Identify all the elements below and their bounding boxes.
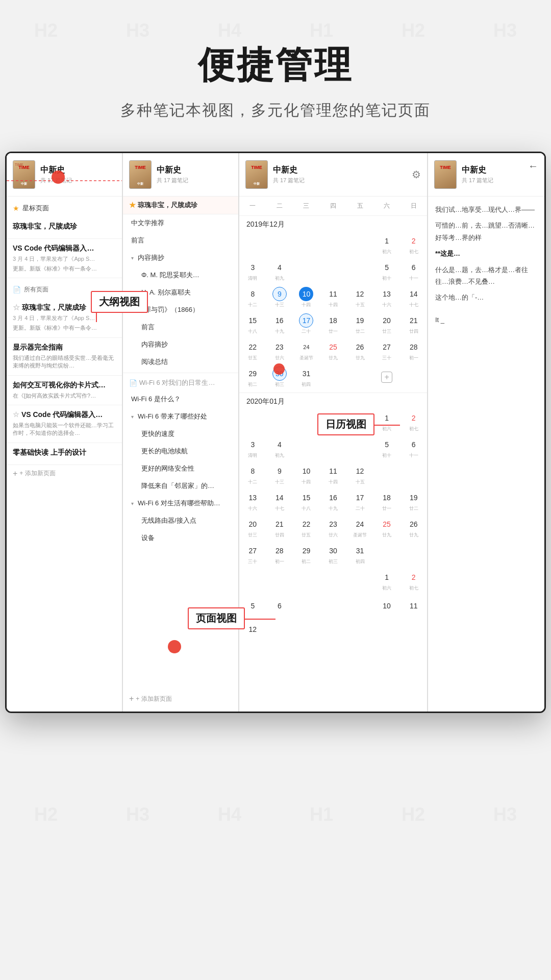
cal-day-jan25[interactable]: 25 廿九 (373, 514, 400, 541)
cal-day-dec29[interactable]: 29 初二 (239, 364, 266, 390)
outline-item-extract[interactable]: ▾ 内容摘抄 (123, 249, 238, 266)
cal-day-dec13[interactable]: 13 十六 (373, 284, 400, 311)
cal-day-dec21[interactable]: 21 廿四 (400, 311, 427, 337)
outline-item-wifi-life[interactable]: ▾ Wi-Fi 6 对生活有哪些帮助… (123, 495, 238, 512)
callout-page-view: 页面视图 (188, 607, 245, 629)
cal-day-dec20[interactable]: 20 廿三 (373, 311, 400, 337)
outline-item-literature[interactable]: 中文学推荐 (123, 214, 238, 232)
cal-day-dec9[interactable]: 9 十三 (266, 284, 293, 311)
cal-day-dec25[interactable]: 25 廿九 (320, 337, 347, 364)
cal-day-dec8[interactable]: 8 十二 (239, 284, 266, 311)
cal-day-dec4[interactable]: 4 初九 (266, 258, 293, 284)
cal-day-dec3[interactable]: 3 清明 (239, 258, 266, 284)
cal-day-jan22[interactable]: 22 廿五 (293, 514, 320, 541)
list-item-starred-1[interactable]: 琼瑰非宝，尺牍成珍 (7, 217, 122, 239)
outline-item-battery[interactable]: 更长的电池续航 (123, 443, 238, 460)
cal-day-jan9[interactable]: 9 十三 (266, 461, 293, 488)
outline-item-speed[interactable]: 更快的速度 (123, 425, 238, 443)
cal-day-jan2[interactable]: 2 初七 (400, 408, 427, 435)
notebook-count-outline: 共 17 篇笔记 (157, 177, 232, 184)
cal-day-dec30[interactable]: 30 初三 (266, 364, 293, 390)
cal-day-jan14[interactable]: 14 十七 (266, 488, 293, 514)
cal-day-extra10[interactable]: 10 (373, 594, 400, 618)
cal-day-jan1[interactable]: 1 初六 (373, 408, 400, 435)
cal-day-dec15[interactable]: 15 十八 (239, 311, 266, 337)
cal-day-jan19[interactable]: 19 廿二 (400, 488, 427, 514)
cal-day-dec19[interactable]: 19 廿二 (346, 311, 373, 337)
back-button[interactable]: ← (528, 160, 538, 172)
outline-item-wifi-what[interactable]: Wi-Fi 6 是什么？ (123, 390, 238, 408)
cal-day-dec17[interactable]: 17 二十 (293, 311, 320, 337)
add-day-button[interactable]: + (373, 364, 400, 390)
cal-day-dec12[interactable]: 12 十五 (346, 284, 373, 311)
outline-item-neighbor[interactable]: 降低来自「邻居家」的… (123, 477, 238, 495)
cal-day-jan27[interactable]: 27 三十 (239, 541, 266, 568)
list-item-starred-2[interactable]: VS Code 代码编辑器入… 3 月 4 日，苹果发布了《App S… 更新。… (7, 239, 122, 278)
cal-day-dec5[interactable]: 5 初十 (373, 258, 400, 284)
cal-day-jan29[interactable]: 29 初二 (293, 541, 320, 568)
outline-item-router[interactable]: 无线路由器/接入点 (123, 512, 238, 529)
cursor-dot-1 (52, 170, 65, 184)
outline-item-preface2[interactable]: 前言 (123, 318, 238, 336)
cal-day-extra2[interactable]: 2 初七 (400, 568, 427, 594)
cal-day-jan30[interactable]: 30 初三 (320, 541, 347, 568)
cal-day-jan15[interactable]: 15 十八 (293, 488, 320, 514)
cal-day-dec26[interactable]: 26 廿九 (346, 337, 373, 364)
outline-item-wifi-benefits[interactable]: ▾ Wi-Fi 6 带来了哪些好处 (123, 408, 238, 425)
cal-day-dec1[interactable]: 1 初六 (373, 231, 400, 258)
starred-label: ★ 星标页面 (7, 200, 122, 217)
list-item-2[interactable]: 显示器完全指南 我们通过自己的眼睛感受实世…受着毫无束缚的视野与绚烂缤纷… (7, 338, 122, 376)
cal-day-dec18[interactable]: 18 廿一 (320, 311, 347, 337)
cal-day-extra11[interactable]: 11 (400, 594, 427, 618)
cal-day-dec10[interactable]: 10 十四 (293, 284, 320, 311)
cal-day-dec6[interactable]: 6 十一 (400, 258, 427, 284)
cal-day-jan13[interactable]: 13 十六 (239, 488, 266, 514)
outline-item-author1[interactable]: Φ. M. 陀思妥耶夫… (123, 266, 238, 284)
add-page-button-list[interactable]: + + 添加新页面 (7, 465, 122, 482)
cal-day-dec27[interactable]: 27 三十 (373, 337, 400, 364)
outline-item-summary[interactable]: 阅读总结 (123, 353, 238, 371)
cal-day-jan21[interactable]: 21 廿四 (266, 514, 293, 541)
cal-day-dec14[interactable]: 14 十七 (400, 284, 427, 311)
outline-item-preface1[interactable]: 前言 (123, 232, 238, 249)
cal-day-dec28[interactable]: 28 初一 (400, 337, 427, 364)
outline-item-extract2[interactable]: 内容摘抄 (123, 336, 238, 353)
cal-day-jan26[interactable]: 26 廿九 (400, 514, 427, 541)
add-page-button-outline[interactable]: + + 添加新页面 (123, 690, 238, 707)
list-item-4[interactable]: ☆ VS Code 代码编辑器入… 如果当电脑只能装一个软件还能…学习工作时，不… (7, 405, 122, 443)
outline-wifi-title[interactable]: 📄 Wi-Fi 6 对我们的日常生… (123, 375, 238, 390)
cal-day-extra1[interactable]: 1 初六 (373, 568, 400, 594)
list-item-3[interactable]: 如何交互可视化你的卡片式… 在《[如何高效实践卡片式写作?… (7, 376, 122, 405)
cal-day-dec22[interactable]: 22 廿五 (239, 337, 266, 364)
cal-day-dec31[interactable]: 31 初四 (293, 364, 320, 390)
cal-day-dec2[interactable]: 2 初七 (400, 231, 427, 258)
cal-day-dec16[interactable]: 16 十九 (266, 311, 293, 337)
cal-day-jan5[interactable]: 5 初十 (373, 435, 400, 461)
cal-day-dec23[interactable]: 23 廿六 (266, 337, 293, 364)
settings-icon[interactable]: ⚙ (412, 168, 421, 181)
cal-day-jan31[interactable]: 31 初四 (346, 541, 373, 568)
cal-day-jan8[interactable]: 8 十二 (239, 461, 266, 488)
cal-day-jan18[interactable]: 18 廿一 (373, 488, 400, 514)
cal-day-dec11[interactable]: 11 十四 (320, 284, 347, 311)
cal-day-jan10[interactable]: 10 十四 (293, 461, 320, 488)
cal-day-jan20[interactable]: 20 廿三 (239, 514, 266, 541)
cal-day-jan11[interactable]: 11 十四 (320, 461, 347, 488)
list-item-5[interactable]: 零基础快读 上手的设计 (7, 443, 122, 465)
chevron-down-icon-1: ▾ (131, 255, 134, 261)
cal-day-jan23[interactable]: 23 廿六 (320, 514, 347, 541)
cal-day-jan12[interactable]: 12 十五 (346, 461, 373, 488)
cal-day-dec24[interactable]: 24 圣诞节 (293, 337, 320, 364)
outline-item-security[interactable]: 更好的网络安全性 (123, 460, 238, 477)
cal-day-jan3[interactable]: 3 清明 (239, 435, 266, 461)
calendar-grid-jan: 1 初六 2 初七 3 清明 4 初九 5 初十 (239, 408, 427, 643)
cal-day-jan24[interactable]: 24 圣诞节 (346, 514, 373, 541)
cal-day-jan28[interactable]: 28 初一 (266, 541, 293, 568)
cal-day-jan17[interactable]: 17 二十 (346, 488, 373, 514)
cal-day-extra6[interactable]: 6 (266, 594, 293, 618)
add-day-icon[interactable]: + (381, 372, 392, 383)
cal-day-jan16[interactable]: 16 十九 (320, 488, 347, 514)
outline-item-devices[interactable]: 设备 (123, 529, 238, 547)
cal-day-jan6[interactable]: 6 十一 (400, 435, 427, 461)
cal-day-jan4[interactable]: 4 初九 (266, 435, 293, 461)
